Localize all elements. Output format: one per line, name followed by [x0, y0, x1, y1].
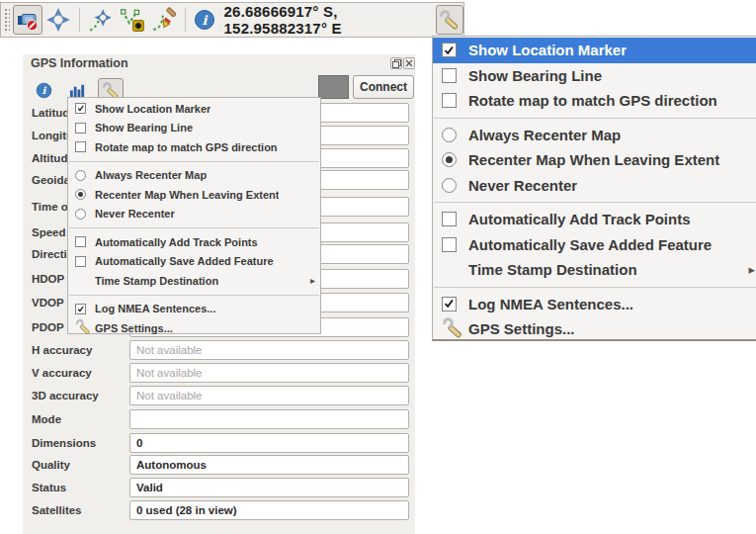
menu-separator	[69, 295, 319, 296]
menu-item-icon-cell	[442, 316, 468, 342]
gps-options-menu-large: Show Location MarkerShow Bearing LineRot…	[432, 36, 756, 341]
gps-information-button[interactable]: i	[191, 5, 218, 35]
menu-item-show-bearing-line[interactable]: Show Bearing Line	[68, 119, 320, 138]
gps-options-menu-small: Show Location MarkerShow Bearing LineRot…	[67, 97, 321, 334]
menu-item-icon-cell	[75, 304, 95, 314]
checkbox-unchecked-icon	[75, 236, 86, 247]
field-input-status[interactable]	[129, 478, 409, 497]
reset-track-icon	[151, 7, 177, 33]
add-vertex-icon	[120, 7, 145, 33]
menu-item-recenter-map-when-leaving-extent[interactable]: Recenter Map When Leaving Extent	[433, 147, 756, 173]
field-label-pdop: PDOP	[32, 321, 64, 333]
gps-options-button[interactable]	[436, 5, 463, 35]
menu-separator	[69, 227, 319, 228]
menu-item-label: Always Recenter Map	[468, 127, 621, 143]
menu-item-never-recenter[interactable]: Never Recenter	[433, 173, 756, 199]
panel-info-button[interactable]: i	[31, 78, 56, 103]
checkbox-checked-icon	[442, 43, 457, 57]
qgis-screen: i 26.68666917° S, 152.95882317° E GPS In…	[0, 0, 756, 534]
field-input-dimensions[interactable]	[129, 433, 409, 453]
signal-strength-icon	[69, 82, 86, 99]
field-label-3d-accuracy: 3D accuracy	[32, 390, 99, 401]
menu-item-icon-cell	[75, 141, 95, 152]
field-input-quality[interactable]	[129, 455, 409, 475]
checkbox-unchecked-icon	[75, 141, 86, 152]
add-track-point-button[interactable]	[117, 5, 148, 35]
menu-item-icon-cell	[75, 256, 95, 267]
menu-item-icon-cell	[75, 170, 95, 181]
menu-item-icon-cell	[75, 103, 95, 114]
menu-item-rotate-map-to-match-gps-direction[interactable]: Rotate map to match GPS direction	[68, 137, 320, 157]
menu-item-gps-settings[interactable]: GPS Settings...	[433, 316, 756, 342]
menu-item-show-location-marker[interactable]: Show Location Marker	[68, 99, 320, 119]
menu-item-label: Automatically Add Track Points	[468, 211, 691, 227]
menu-item-log-nmea-sentences[interactable]: Log NMEA Sentences...	[68, 300, 320, 319]
connect-button[interactable]: Connect	[353, 75, 414, 99]
menu-item-time-stamp-destination[interactable]: Time Stamp Destination▸	[68, 271, 320, 291]
menu-item-label: Automatically Save Added Feature	[95, 255, 274, 267]
gps-bearing-button[interactable]	[85, 5, 117, 35]
gps-device-disconnected-icon	[16, 8, 40, 32]
checkbox-unchecked-icon	[442, 68, 457, 83]
reset-track-button[interactable]	[148, 5, 180, 35]
menu-item-always-recenter-map[interactable]: Always Recenter Map	[68, 166, 320, 186]
toolbar-separator	[185, 8, 186, 32]
menu-item-gps-settings[interactable]: GPS Settings...	[68, 318, 320, 338]
menu-item-icon-cell	[442, 178, 468, 193]
menu-item-label: Show Location Marker	[468, 42, 627, 58]
menu-item-label: Always Recenter Map	[95, 169, 207, 181]
submenu-arrow-icon: ▸	[748, 262, 755, 277]
radio-unselected-icon	[75, 209, 86, 220]
menu-item-automatically-save-added-feature[interactable]: Automatically Save Added Feature	[68, 252, 320, 272]
menu-item-show-location-marker[interactable]: Show Location Marker	[433, 38, 756, 63]
menu-item-automatically-add-track-points[interactable]: Automatically Add Track Points	[433, 207, 756, 232]
menu-item-automatically-add-track-points[interactable]: Automatically Add Track Points	[68, 232, 320, 252]
checkbox-unchecked-icon	[442, 93, 457, 108]
menu-item-label: Time Stamp Destination	[468, 261, 637, 278]
field-label-dimensions: Dimensions	[32, 437, 96, 449]
field-input-h-accuracy[interactable]	[129, 340, 409, 360]
panel-title: GPS Information	[31, 56, 128, 70]
menu-item-log-nmea-sentences[interactable]: Log NMEA Sentences...	[433, 292, 756, 317]
follow-gps-icon	[88, 7, 114, 33]
close-button[interactable]	[403, 57, 415, 69]
float-button[interactable]	[390, 57, 402, 69]
menu-item-always-recenter-map[interactable]: Always Recenter Map	[433, 123, 756, 148]
radio-selected-icon	[442, 152, 457, 167]
menu-item-recenter-map-when-leaving-extent[interactable]: Recenter Map When Leaving Extent	[68, 185, 320, 205]
field-input-satellites[interactable]	[129, 500, 409, 520]
menu-item-label: Automatically Add Track Points	[95, 236, 258, 248]
menu-item-label: Show Bearing Line	[468, 67, 602, 84]
field-input-3d-accuracy[interactable]	[129, 386, 409, 405]
checkbox-unchecked-icon	[75, 123, 86, 134]
menu-item-rotate-map-to-match-gps-direction[interactable]: Rotate map to match GPS direction	[433, 88, 756, 114]
menu-item-icon-cell	[442, 237, 468, 252]
toolbar-separator	[79, 8, 80, 32]
coordinate-display: 26.68666917° S, 152.95882317° E	[224, 3, 426, 37]
menu-item-icon-cell	[442, 43, 468, 57]
menu-item-label: Never Recenter	[468, 177, 577, 194]
menu-item-label: Never Recenter	[95, 208, 175, 220]
info-icon: i	[36, 82, 52, 99]
toolbar-drag-handle[interactable]	[3, 7, 10, 33]
menu-item-icon-cell	[442, 212, 468, 226]
menu-item-never-recenter[interactable]: Never Recenter	[68, 205, 320, 224]
menu-item-label: Show Bearing Line	[95, 122, 193, 134]
menu-item-show-bearing-line[interactable]: Show Bearing Line	[433, 63, 756, 89]
menu-item-label: Time Stamp Destination	[95, 275, 218, 287]
field-input-mode[interactable]	[129, 409, 409, 429]
gps-status-indicator	[318, 75, 349, 99]
field-input-v-accuracy[interactable]	[129, 363, 409, 383]
menu-item-label: GPS Settings...	[95, 322, 173, 334]
menu-item-automatically-save-added-feature[interactable]: Automatically Save Added Feature	[433, 232, 756, 258]
gps-connect-button[interactable]	[13, 5, 42, 35]
menu-item-time-stamp-destination[interactable]: Time Stamp Destination▸	[433, 257, 756, 283]
menu-item-label: Show Location Marker	[95, 103, 210, 115]
gps-recenter-button[interactable]	[42, 5, 74, 35]
menu-item-icon-cell	[75, 123, 95, 134]
checkbox-checked-icon	[75, 304, 86, 314]
field-label-v-accuracy: V accuracy	[32, 367, 92, 379]
menu-item-label: GPS Settings...	[468, 320, 575, 337]
checkbox-unchecked-icon	[442, 212, 457, 226]
field-label-quality: Quality	[32, 459, 70, 471]
